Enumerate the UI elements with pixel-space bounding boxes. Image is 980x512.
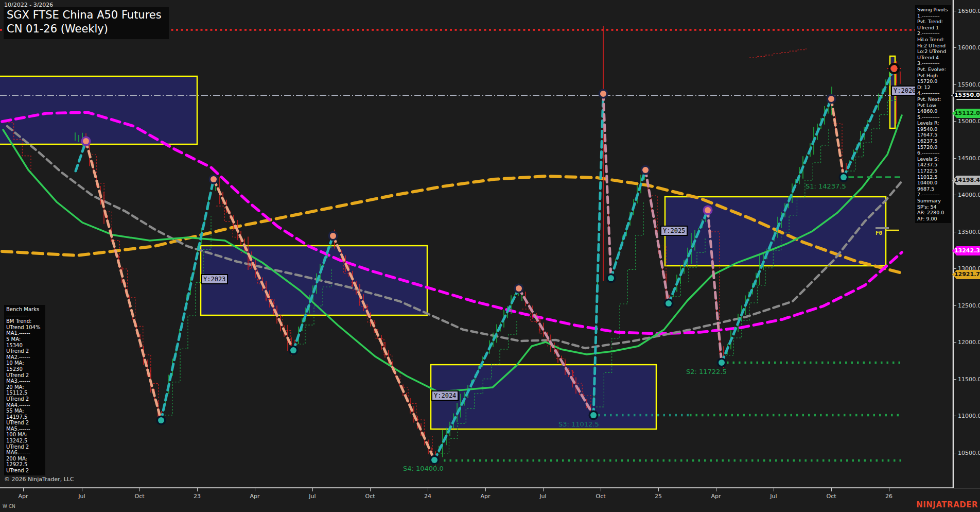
price-marker-15112.0: 15112.0 [952, 109, 980, 118]
ninjatrader-chart-window: 10/2022 - 3/2026 SGX FTSE China A50 Futu… [0, 0, 980, 512]
price-tick-mark [954, 232, 956, 232]
time-tick-label: Apr [480, 493, 490, 500]
year-label-chip-2023[interactable]: Y:2023 [201, 274, 228, 284]
time-tick-label: 24 [424, 493, 431, 500]
current-pivot-dot [891, 65, 898, 72]
price-tick-mark [954, 11, 956, 11]
pivot-high-dot [330, 233, 336, 239]
time-tick-mark [601, 488, 601, 491]
price-tick-mark [954, 453, 956, 453]
price-tick-mark [954, 416, 956, 416]
price-tick-label: 15500.0 [958, 81, 980, 88]
pivot-low-dot [158, 417, 164, 423]
pivot-low-dot [841, 174, 847, 180]
time-tick-mark [23, 488, 24, 491]
time-tick-mark [197, 488, 198, 491]
time-tick-mark [428, 488, 428, 491]
price-tick-label: 14000.0 [958, 192, 980, 198]
pivot-high-dot [705, 207, 711, 213]
price-tick-label: 16500.0 [958, 8, 980, 14]
time-axis[interactable]: W CN AprJulOct23AprJulOct24AprJulOct25Ap… [0, 488, 980, 512]
time-tick-label: Jul [770, 493, 777, 500]
time-tick-mark [716, 488, 716, 491]
swing-pivots-panel: Swing Pivots 1.---------- Pvt. Trend: UT… [915, 5, 951, 223]
time-tick-label: Jul [539, 493, 546, 500]
time-tick-label: 23 [194, 493, 201, 500]
price-tick-label: 12000.0 [958, 339, 980, 346]
price-tick-mark [954, 268, 956, 269]
time-tick-label: Apr [711, 493, 721, 500]
price-marker-13242.3: 13242.3 [952, 246, 980, 255]
pivot-high-dot [600, 91, 606, 97]
pivot-low-dot [666, 300, 672, 306]
f0-marker-bar [876, 227, 889, 229]
time-tick-label: Apr [250, 493, 259, 500]
pivot-high-dot [516, 285, 522, 292]
chart-title: SGX FTSE China A50 Futures CN 01-26 (Wee… [4, 7, 169, 39]
time-tick-label: Oct [596, 493, 605, 500]
year-label-chip-2026[interactable]: Y:2026 [891, 86, 918, 96]
time-tick-label: 26 [885, 493, 892, 500]
pivot-high-dot [211, 176, 217, 182]
price-marker-12921.7: 12921.7 [952, 270, 980, 279]
pivot-high-dot [828, 96, 834, 102]
ninjatrader-logo: NINJATRADER [916, 500, 978, 509]
time-tick-mark [485, 488, 486, 491]
time-tick-mark [543, 488, 544, 491]
price-axis[interactable]: 16500.016000.015500.015000.014500.014000… [953, 0, 980, 488]
price-tick-mark [954, 195, 956, 195]
year-range-boxes [0, 56, 895, 429]
price-tick-label: 12500.0 [958, 302, 980, 309]
price-tick-label: 10500.0 [958, 450, 980, 456]
price-tick-mark [954, 342, 956, 343]
price-marker-15350.0: 15350.0 [952, 91, 980, 100]
time-tick-mark [831, 488, 832, 491]
time-tick-mark [658, 488, 659, 491]
contract-title: CN 01-26 (Weekly) [7, 22, 162, 36]
pivot-high-dot [642, 167, 649, 173]
price-tick-label: 16000.0 [958, 44, 980, 51]
support-level-label-s3: S3: 11012.5 [558, 420, 599, 428]
year-label-chip-2024[interactable]: Y:2024 [431, 390, 459, 401]
price-tick-mark [954, 379, 956, 380]
year-box-2022[interactable] [0, 76, 197, 144]
copyright-label: © 2026 NinjaTrader, LLC [4, 476, 74, 483]
price-tick-label: 15000.0 [958, 118, 980, 125]
time-tick-label: Jul [309, 493, 316, 500]
price-tick-label: 14500.0 [958, 155, 980, 162]
instrument-title: SGX FTSE China A50 Futures [7, 8, 162, 22]
price-marker-14198.4: 14198.4 [952, 176, 980, 185]
time-tick-mark [82, 488, 82, 491]
price-tick-mark [954, 121, 956, 122]
pivot-low-dot [290, 347, 296, 353]
time-tick-label: Oct [826, 493, 836, 500]
bench-marks-panel: Bench Marks ------------ BM Trend: UTren… [4, 305, 45, 475]
time-tick-label: Oct [134, 493, 144, 500]
time-tick-label: Apr [18, 493, 28, 500]
price-tick-mark [954, 84, 956, 85]
pivot-low-dot [608, 275, 614, 281]
time-tick-label: 25 [655, 493, 662, 500]
instrument-code-label: W CN [3, 504, 15, 509]
time-tick-mark [370, 488, 371, 491]
price-tick-label: 11000.0 [958, 413, 980, 419]
time-tick-mark [139, 488, 140, 491]
f0-label[interactable]: F0 [876, 230, 882, 236]
time-tick-mark [312, 488, 313, 491]
time-tick-label: Oct [365, 493, 375, 500]
pivot-low-dot [719, 360, 725, 366]
year-label-chip-2025[interactable]: Y:2025 [660, 226, 688, 236]
pivot-low-dot [431, 457, 437, 463]
price-tick-label: 11500.0 [958, 376, 980, 383]
chart-canvas[interactable] [0, 0, 953, 488]
year-box-2023[interactable] [201, 246, 427, 315]
price-tick-mark [954, 158, 956, 159]
pivot-low-dot [590, 412, 597, 418]
time-tick-mark [889, 488, 889, 491]
support-level-label-s1: S1: 14237.5 [806, 182, 846, 190]
price-tick-label: 13500.0 [958, 229, 980, 235]
pivot-high-dot [83, 138, 89, 144]
price-tick-mark [954, 305, 956, 306]
support-level-label-s2: S2: 11722.5 [686, 368, 727, 376]
time-tick-mark [774, 488, 774, 491]
